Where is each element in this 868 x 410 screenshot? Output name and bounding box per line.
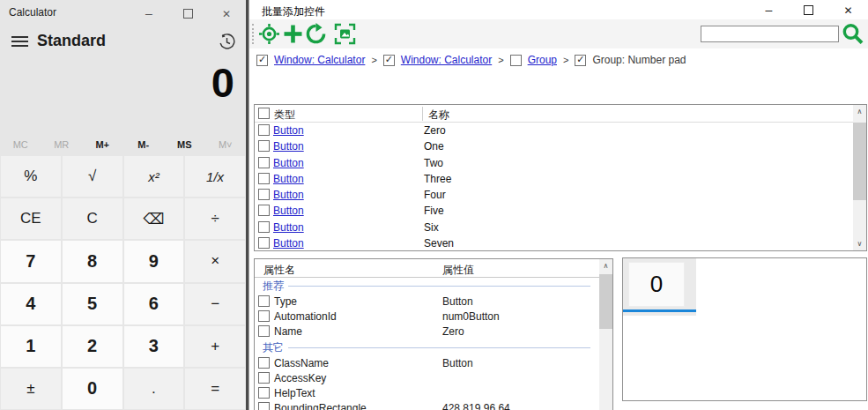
breadcrumb-item[interactable]: Window: Calculator: [401, 54, 492, 66]
property-row[interactable]: HelpText: [255, 386, 599, 401]
menu-button[interactable]: [11, 36, 28, 48]
table-row[interactable]: ButtonFive: [255, 203, 853, 219]
property-row[interactable]: ClassNameButton: [255, 356, 599, 371]
scroll-up-arrow-icon[interactable]: ∧: [599, 259, 612, 272]
scroll-up-arrow-icon[interactable]: ∧: [853, 105, 866, 118]
calc-button-6[interactable]: 6: [124, 284, 184, 324]
row-checkbox[interactable]: [258, 157, 270, 168]
close-button[interactable]: [207, 0, 246, 26]
maximize-button[interactable]: [789, 0, 828, 19]
calc-button-=[interactable]: =: [185, 369, 245, 409]
calc-button-9[interactable]: 9: [124, 241, 184, 281]
breadcrumb-checkbox[interactable]: [575, 55, 586, 66]
control-type-link[interactable]: Button: [273, 221, 304, 234]
row-checkbox[interactable]: [258, 205, 270, 216]
table-row[interactable]: ButtonSix: [255, 220, 853, 235]
calc-memory-button-M+[interactable]: M+: [82, 135, 123, 154]
calc-button-1/x[interactable]: 1/x: [185, 156, 245, 197]
control-type-link[interactable]: Button: [273, 205, 304, 217]
property-row[interactable]: BoundingRectangle428,819,96,64: [255, 401, 599, 410]
row-checkbox[interactable]: [258, 237, 270, 249]
calc-button-C[interactable]: C: [63, 198, 122, 239]
calc-button-x²[interactable]: x²: [124, 156, 184, 197]
calc-button-.[interactable]: .: [124, 369, 184, 409]
maximize-button[interactable]: [168, 0, 207, 26]
search-icon[interactable]: [841, 22, 864, 46]
calc-button-+[interactable]: +: [185, 326, 245, 367]
calc-button-0[interactable]: 0: [63, 369, 122, 409]
refresh-icon[interactable]: [305, 23, 327, 45]
toolbar-grip-handle[interactable]: [252, 24, 254, 44]
property-row[interactable]: TypeButton: [255, 294, 599, 309]
control-type-link[interactable]: Button: [273, 237, 304, 250]
property-checkbox[interactable]: [258, 387, 270, 399]
breadcrumb-checkbox[interactable]: [383, 55, 395, 66]
property-checkbox[interactable]: [258, 325, 270, 337]
table-row[interactable]: ButtonTwo: [255, 155, 853, 171]
calc-button-÷[interactable]: ÷: [185, 198, 245, 239]
calc-button-2[interactable]: 2: [63, 326, 122, 367]
control-type-link[interactable]: Button: [273, 157, 304, 169]
row-checkbox[interactable]: [258, 124, 270, 136]
table-row[interactable]: ButtonFour: [255, 187, 853, 203]
property-checkbox[interactable]: [258, 295, 270, 307]
row-checkbox[interactable]: [258, 140, 270, 152]
scrollbar-thumb[interactable]: [853, 123, 866, 200]
vertical-scrollbar[interactable]: ∧ ∨: [853, 105, 866, 250]
vertical-scrollbar[interactable]: ∧: [599, 259, 612, 410]
table-row[interactable]: ButtonThree: [255, 171, 853, 187]
search-input[interactable]: [701, 26, 839, 42]
calculator-display: 0: [0, 58, 234, 107]
property-row[interactable]: AccessKey: [255, 371, 599, 386]
calc-button-CE[interactable]: CE: [1, 198, 61, 239]
history-button[interactable]: [219, 34, 235, 50]
property-checkbox[interactable]: [258, 357, 270, 369]
property-row[interactable]: AutomationIdnum0Button: [255, 309, 599, 324]
calc-button-×[interactable]: ×: [185, 241, 245, 281]
control-name: Six: [424, 221, 439, 234]
row-checkbox[interactable]: [258, 221, 270, 233]
calc-button-1[interactable]: 1: [1, 326, 61, 367]
table-row[interactable]: ButtonZero: [255, 123, 853, 138]
calc-memory-button-M-[interactable]: M-: [123, 135, 165, 154]
control-type-link[interactable]: Button: [273, 173, 304, 185]
calc-button-√[interactable]: √: [63, 156, 122, 197]
breadcrumb-item[interactable]: Window: Calculator: [274, 54, 365, 66]
calc-memory-button-MC[interactable]: MC: [0, 135, 41, 154]
select-all-checkbox[interactable]: [258, 108, 270, 119]
row-checkbox[interactable]: [258, 173, 270, 184]
minimize-button[interactable]: [749, 0, 789, 19]
row-checkbox[interactable]: [258, 189, 270, 200]
calc-button-⌫[interactable]: ⌫: [124, 198, 184, 239]
control-type-link[interactable]: Button: [273, 189, 304, 201]
calc-button-±[interactable]: ±: [1, 369, 61, 409]
minimize-button[interactable]: [130, 0, 168, 26]
calc-button-−[interactable]: −: [185, 284, 245, 324]
table-row[interactable]: ButtonSeven: [255, 235, 853, 250]
table-row[interactable]: ButtonOne: [255, 138, 853, 154]
close-button[interactable]: [828, 0, 868, 19]
property-checkbox[interactable]: [258, 372, 270, 384]
calc-button-%[interactable]: %: [1, 156, 61, 197]
property-checkbox[interactable]: [258, 402, 270, 410]
breadcrumb-checkbox[interactable]: [256, 55, 268, 66]
calc-memory-button-MS[interactable]: MS: [164, 135, 205, 154]
capture-screenshot-icon[interactable]: [334, 23, 356, 45]
scrollbar-thumb[interactable]: [599, 274, 612, 329]
calc-button-3[interactable]: 3: [124, 326, 184, 367]
add-icon[interactable]: [282, 23, 304, 45]
calc-button-7[interactable]: 7: [1, 241, 61, 281]
calc-button-4[interactable]: 4: [1, 284, 61, 324]
calc-memory-button-MR[interactable]: MR: [41, 135, 83, 154]
control-type-link[interactable]: Button: [273, 124, 304, 137]
breadcrumb-checkbox[interactable]: [510, 55, 522, 66]
scroll-down-arrow-icon[interactable]: ∨: [853, 237, 866, 250]
control-type-link[interactable]: Button: [273, 140, 304, 153]
calc-button-8[interactable]: 8: [63, 241, 122, 281]
calc-memory-button-M˅[interactable]: M˅: [205, 135, 247, 154]
property-row[interactable]: NameZero: [255, 324, 599, 339]
breadcrumb-item[interactable]: Group: [528, 54, 557, 66]
property-checkbox[interactable]: [258, 310, 270, 322]
calc-button-5[interactable]: 5: [63, 284, 122, 324]
locate-target-icon[interactable]: [258, 23, 280, 45]
